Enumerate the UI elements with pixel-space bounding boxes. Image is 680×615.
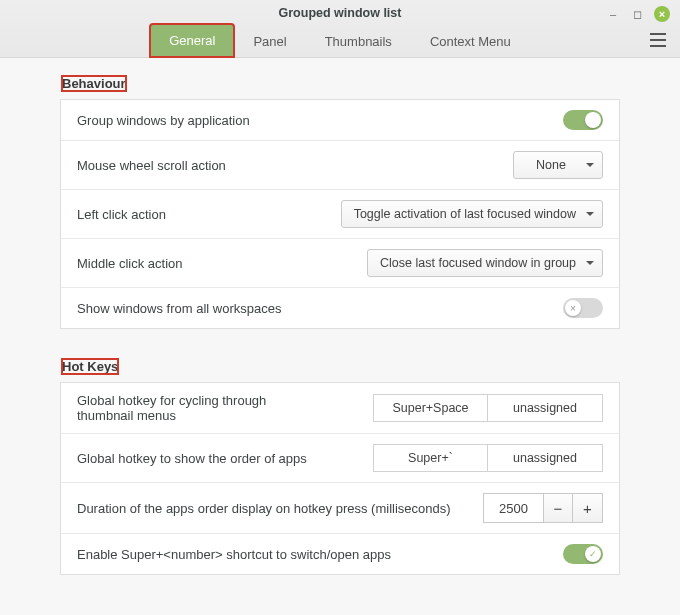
hotkey-cycle-thumb-secondary[interactable]: unassigned [488, 394, 603, 422]
titlebar: Grouped window list – ◻ × General Panel … [0, 0, 680, 58]
maximize-button[interactable]: ◻ [630, 7, 644, 21]
input-duration[interactable] [483, 493, 543, 523]
row-duration: Duration of the apps order display on ho… [61, 483, 619, 534]
dropdown-mouse-wheel[interactable]: None [513, 151, 603, 179]
toggle-show-all-workspaces[interactable] [563, 298, 603, 318]
hotkey-show-order-secondary[interactable]: unassigned [488, 444, 603, 472]
label-group-windows: Group windows by application [77, 113, 563, 128]
row-super-num: Enable Super+<number> shortcut to switch… [61, 534, 619, 574]
settings-window: Grouped window list – ◻ × General Panel … [0, 0, 680, 615]
row-middle-click: Middle click action Close last focused w… [61, 239, 619, 288]
panel-behaviour: Group windows by application Mouse wheel… [60, 99, 620, 329]
row-mouse-wheel: Mouse wheel scroll action None [61, 141, 619, 190]
hotkey-pair-show-order: Super+` unassigned [373, 444, 603, 472]
label-hotkey-show-order: Global hotkey to show the order of apps [77, 451, 373, 466]
label-mouse-wheel: Mouse wheel scroll action [77, 158, 513, 173]
section-title-hotkeys: Hot Keys [62, 359, 118, 374]
minimize-button[interactable]: – [606, 7, 620, 21]
row-hotkey-show-order: Global hotkey to show the order of apps … [61, 434, 619, 483]
duration-increment-button[interactable]: + [573, 493, 603, 523]
duration-decrement-button[interactable]: − [543, 493, 573, 523]
dropdown-middle-click[interactable]: Close last focused window in group [367, 249, 603, 277]
tab-general[interactable]: General [150, 24, 234, 57]
label-middle-click: Middle click action [77, 256, 367, 271]
tab-panel[interactable]: Panel [234, 25, 305, 57]
window-title: Grouped window list [0, 6, 680, 20]
toggle-group-windows[interactable] [563, 110, 603, 130]
label-hotkey-cycle-thumb: Global hotkey for cycling through thumbn… [77, 393, 307, 423]
settings-body: Behaviour Group windows by application M… [0, 58, 680, 615]
row-group-windows: Group windows by application [61, 100, 619, 141]
row-left-click: Left click action Toggle activation of l… [61, 190, 619, 239]
hotkey-show-order-primary[interactable]: Super+` [373, 444, 488, 472]
window-controls: – ◻ × [606, 6, 670, 22]
tab-thumbnails[interactable]: Thumbnails [306, 25, 411, 57]
tab-context-menu[interactable]: Context Menu [411, 25, 530, 57]
hamburger-menu-icon[interactable] [650, 33, 666, 47]
label-show-all-workspaces: Show windows from all workspaces [77, 301, 563, 316]
label-super-num: Enable Super+<number> shortcut to switch… [77, 547, 563, 562]
label-duration: Duration of the apps order display on ho… [77, 501, 483, 516]
section-title-behaviour: Behaviour [62, 76, 126, 91]
toggle-super-num[interactable] [563, 544, 603, 564]
close-button[interactable]: × [654, 6, 670, 22]
row-hotkey-cycle-thumb: Global hotkey for cycling through thumbn… [61, 383, 619, 434]
hotkey-cycle-thumb-primary[interactable]: Super+Space [373, 394, 488, 422]
hotkey-pair-cycle-thumb: Super+Space unassigned [373, 394, 603, 422]
stepper-duration: − + [483, 493, 603, 523]
dropdown-left-click[interactable]: Toggle activation of last focused window [341, 200, 603, 228]
panel-hotkeys: Global hotkey for cycling through thumbn… [60, 382, 620, 575]
row-show-all-workspaces: Show windows from all workspaces [61, 288, 619, 328]
tab-bar: General Panel Thumbnails Context Menu [0, 24, 680, 57]
label-left-click: Left click action [77, 207, 341, 222]
